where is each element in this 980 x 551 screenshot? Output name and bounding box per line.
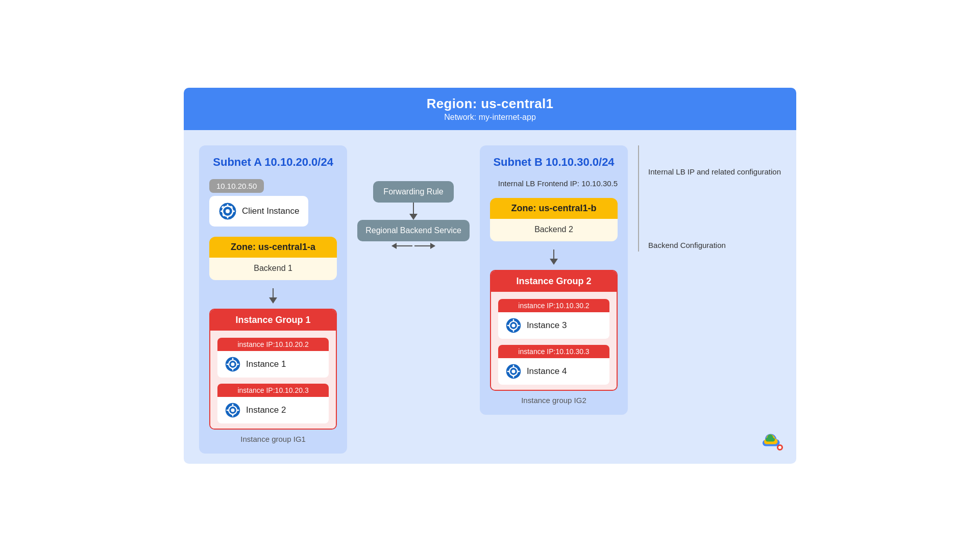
backend-arrows: [392, 245, 435, 246]
svg-point-20: [231, 408, 234, 412]
middle-col: Forwarding Rule Regional Backend Service: [357, 171, 470, 246]
arrow-line-3: [553, 249, 554, 259]
subnet-b-title: Subnet B 10.10.30.0/24: [490, 156, 618, 169]
svg-point-34: [511, 369, 515, 373]
arrow-down-2: [409, 214, 418, 220]
svg-rect-4: [227, 216, 229, 218]
arrow-line-2: [413, 203, 414, 214]
svg-rect-36: [513, 375, 514, 378]
canvas: Region: us-central1 Network: my-internet…: [0, 0, 980, 551]
ig1-label: Instance group IG1: [209, 435, 337, 443]
instance-group-2-box: Instance Group 2 instance IP:10.10.30.2: [490, 270, 618, 391]
svg-rect-17: [237, 363, 239, 365]
svg-rect-31: [518, 324, 520, 326]
svg-rect-35: [513, 365, 514, 367]
instance-1-entry: instance IP:10.10.20.2: [217, 338, 329, 378]
svg-rect-28: [513, 319, 514, 321]
ig2-label: Instance group IG2: [490, 396, 618, 405]
svg-point-2: [226, 209, 230, 213]
region-title: Region: us-central1: [196, 96, 784, 112]
ig1-body: instance IP:10.10.20.2: [210, 331, 336, 429]
instance-group-1-box: Instance Group 1 instance IP:10.10.20.2: [209, 309, 337, 430]
client-box: Client Instance: [209, 196, 308, 227]
arrow-line-1: [273, 288, 274, 297]
arrow-right: [414, 245, 435, 246]
instance-2-ip: instance IP:10.10.20.3: [217, 384, 329, 397]
svg-rect-29: [513, 330, 514, 332]
instance-4-ip: instance IP:10.10.30.3: [498, 345, 609, 358]
ig2-header: Instance Group 2: [491, 271, 617, 292]
instance-3-icon: [505, 317, 522, 334]
svg-rect-22: [232, 414, 234, 416]
ig2-body: instance IP:10.10.30.2: [491, 292, 617, 390]
svg-rect-24: [237, 409, 239, 411]
forwarding-rule-box: Forwarding Rule: [373, 181, 453, 203]
diagram-wrapper: Region: us-central1 Network: my-internet…: [184, 88, 796, 464]
zone-a-box: Zone: us-central1-a Backend 1: [209, 237, 337, 280]
instance-4-icon: [505, 363, 522, 380]
subnet-a-box: Subnet A 10.10.20.0/24 10.10.20.50: [199, 145, 347, 454]
svg-rect-21: [232, 404, 234, 406]
instance-2-label: Instance 2: [246, 405, 286, 415]
instance-2-entry: instance IP:10.10.20.3: [217, 384, 329, 423]
arrow-right-head: [430, 243, 435, 249]
subnet-a-title: Subnet A 10.10.20.0/24: [209, 156, 337, 169]
client-label: Client Instance: [242, 206, 299, 216]
arrow-left: [392, 245, 412, 246]
zone-b-box: Zone: us-central1-b Backend 2: [490, 198, 618, 241]
google-logo: [762, 430, 784, 455]
client-ip-badge: 10.10.20.50: [209, 179, 264, 193]
svg-rect-5: [220, 210, 223, 212]
instance-3-ip: instance IP:10.10.30.2: [498, 299, 609, 312]
arrow-left-head: [391, 243, 397, 249]
instance-3-row: Instance 3: [498, 312, 609, 339]
backend-service-box: Regional Backend Service: [357, 220, 470, 241]
main-container: Subnet A 10.10.20.0/24 10.10.20.50: [184, 130, 796, 464]
instance-1-ip: instance IP:10.10.20.2: [217, 338, 329, 351]
zone-a-body: Backend 1: [209, 258, 337, 280]
zone-b-body: Backend 2: [490, 219, 618, 241]
instance-4-label: Instance 4: [527, 366, 567, 377]
instance-3-entry: instance IP:10.10.30.2: [498, 299, 609, 339]
instance-2-row: Instance 2: [217, 397, 329, 423]
svg-rect-38: [518, 370, 520, 372]
region-header: Region: us-central1 Network: my-internet…: [184, 88, 796, 130]
fw-to-backend-arrow: [409, 203, 418, 220]
instance-4-entry: instance IP:10.10.30.3: [498, 345, 609, 385]
svg-point-27: [511, 323, 515, 327]
region-subtitle: Network: my-internet-app: [196, 113, 784, 122]
subnets-row: Subnet A 10.10.20.0/24 10.10.20.50: [199, 145, 781, 454]
arrow-down-3: [550, 259, 558, 265]
gear-icon: [218, 202, 237, 220]
instance-4-row: Instance 4: [498, 358, 609, 385]
svg-rect-14: [232, 358, 234, 360]
annotations-col: Internal LB IP and related configuration…: [638, 145, 781, 252]
svg-point-40: [778, 446, 781, 449]
arrow-to-ig1: [209, 288, 337, 304]
subnet-b-box: Subnet B 10.10.30.0/24 Internal LB Front…: [480, 145, 628, 415]
svg-rect-30: [507, 324, 509, 326]
internal-lb-ip-label: Internal LB Frontend IP: 10.10.30.5: [490, 179, 618, 188]
annotation-backend-config: Backend Configuration: [648, 239, 781, 252]
client-area: 10.10.20.50: [209, 179, 337, 227]
google-cloud-logo: [762, 430, 784, 453]
zone-a-header: Zone: us-central1-a: [209, 237, 337, 258]
instance-2-icon: [225, 402, 241, 418]
instance-1-row: Instance 1: [217, 351, 329, 378]
svg-rect-37: [507, 370, 509, 372]
svg-rect-3: [227, 204, 229, 207]
ig1-header: Instance Group 1: [210, 310, 336, 331]
arrow-to-ig2: [490, 249, 618, 265]
annotation-internal-lb: Internal LB IP and related configuration: [648, 166, 781, 239]
svg-rect-23: [227, 409, 229, 411]
instance-3-label: Instance 3: [527, 320, 567, 331]
svg-rect-6: [232, 210, 235, 212]
zone-b-header: Zone: us-central1-b: [490, 198, 618, 219]
svg-rect-15: [232, 368, 234, 370]
svg-point-13: [231, 362, 234, 366]
arrow-down-1: [269, 297, 277, 304]
instance-1-label: Instance 1: [246, 359, 286, 369]
svg-rect-16: [227, 363, 229, 365]
instance-1-icon: [225, 356, 241, 372]
